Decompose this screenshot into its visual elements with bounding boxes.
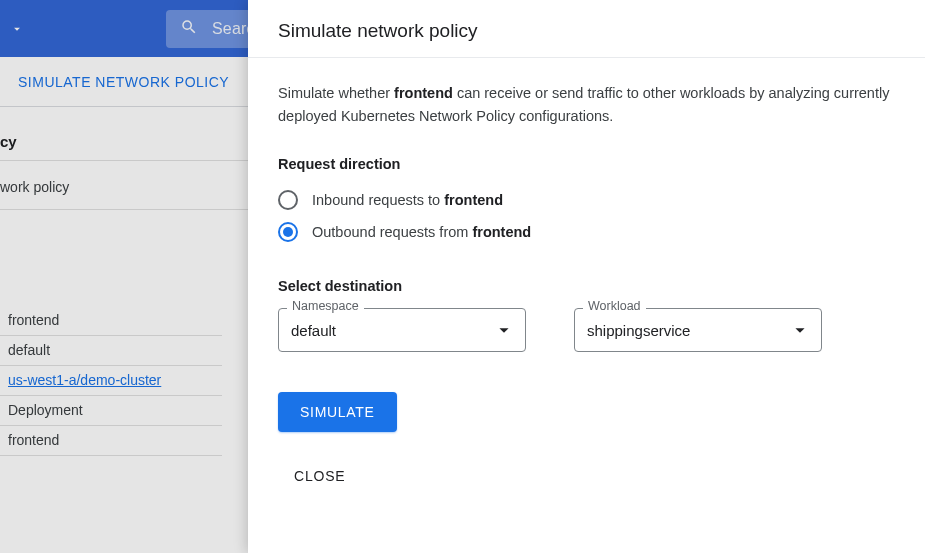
workload-select[interactable]: Workload shippingservice [574,308,822,352]
simulate-policy-panel: Simulate network policy Simulate whether… [248,0,925,553]
radio-label: Inbound requests to frontend [312,192,503,208]
simulate-button[interactable]: SIMULATE [278,392,397,432]
radio-label: Outbound requests from frontend [312,224,531,240]
workload-select-value: shippingservice [587,322,690,339]
close-button[interactable]: CLOSE [294,468,345,484]
tab-simulate-network-policy[interactable]: SIMULATE NETWORK POLICY [12,58,235,106]
namespace-select-value: default [291,322,336,339]
namespace-select[interactable]: Namespace default [278,308,526,352]
workload-select-label: Workload [583,299,646,313]
bg-row-cluster-link[interactable]: us-west1-a/demo-cluster [0,366,222,396]
destination-selects: Namespace default Workload shippingservi… [278,308,895,352]
chevron-down-icon [789,319,811,341]
chevron-down-icon [493,319,515,341]
panel-body: Simulate whether frontend can receive or… [248,58,925,553]
bg-row: frontend [0,306,222,336]
select-destination-heading: Select destination [278,278,895,294]
panel-title: Simulate network policy [248,0,925,58]
request-direction-radio-group: Inbound requests to frontend Outbound re… [278,184,895,248]
namespace-select-label: Namespace [287,299,364,313]
request-direction-heading: Request direction [278,156,895,172]
desc-text: Simulate whether [278,85,394,101]
bg-row: Deployment [0,396,222,426]
radio-inbound[interactable]: Inbound requests to frontend [278,184,895,216]
search-icon [180,18,198,39]
bg-row: default [0,336,222,366]
radio-outbound[interactable]: Outbound requests from frontend [278,216,895,248]
project-picker-chevron-icon[interactable] [8,20,26,38]
desc-workload-name: frontend [394,85,453,101]
bg-row: frontend [0,426,222,456]
radio-icon [278,190,298,210]
radio-icon [278,222,298,242]
panel-description: Simulate whether frontend can receive or… [278,82,895,128]
